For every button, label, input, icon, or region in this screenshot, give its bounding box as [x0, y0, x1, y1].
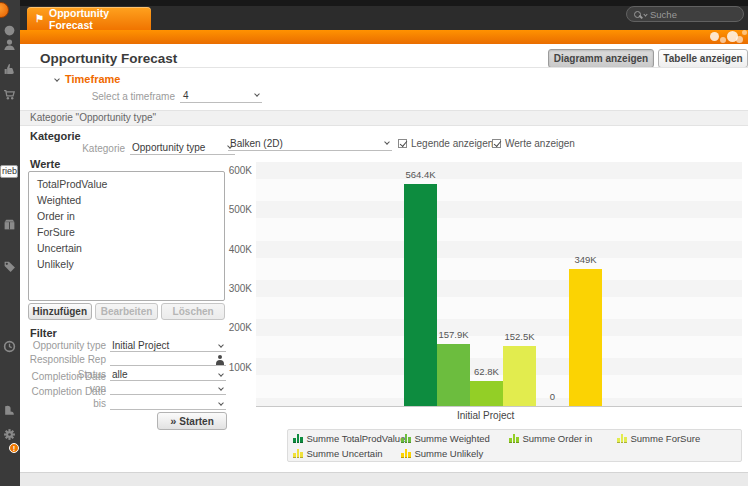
filter-label: Responsible Rep — [22, 354, 110, 366]
legend-bar-chart-icon — [401, 433, 411, 443]
filter-dropdown[interactable]: alle — [110, 368, 226, 381]
werte-list-item[interactable]: Weighted — [29, 192, 224, 208]
chevron-down-icon — [384, 139, 390, 145]
werte-heading: Werte — [30, 158, 60, 170]
bar-value-label: 564.4K — [405, 169, 435, 180]
legend-item: Summe Order in — [509, 432, 617, 445]
thumbs-up-icon[interactable] — [3, 62, 16, 75]
legend-label: Summe Unlikely — [415, 448, 484, 459]
bar-value-label: 0 — [550, 391, 555, 402]
legend-bar-chart-icon — [293, 433, 303, 443]
chart-legend: Summe TotalProdValueSumme WeightedSumme … — [287, 429, 742, 462]
left-toolbar: ! rieb — [0, 0, 20, 486]
kategorie-field-label: Kategorie — [40, 143, 125, 154]
werte-list-item[interactable]: Order in — [29, 208, 224, 224]
filter-value: alle — [112, 369, 128, 380]
werte-list-item[interactable]: TotalProdValue — [29, 176, 224, 192]
bar-summe-order-in[interactable] — [470, 381, 503, 406]
bar-chart-plot: 564.4K157.9K62.8K152.5K0349K — [256, 162, 742, 407]
cart-icon[interactable] — [3, 88, 16, 101]
filter-row: Responsible Rep — [22, 352, 226, 367]
filter-dropdown[interactable] — [110, 397, 226, 410]
timeframe-value: 4 — [183, 90, 189, 101]
legend-label: Summe Weighted — [415, 433, 490, 444]
tab-opportunity-forecast[interactable]: ⚑ Opportunity Forecast — [27, 7, 151, 30]
show-table-button[interactable]: Tabelle anzeigen — [658, 49, 748, 68]
person-icon[interactable] — [3, 38, 16, 51]
y-axis-tick-label: 300K — [214, 283, 252, 294]
legend-bar-chart-icon — [401, 448, 411, 458]
y-axis-tick-label: 100K — [214, 362, 252, 373]
double-chevron-icon: » — [170, 415, 176, 427]
timeframe-section-header[interactable]: Timeframe — [55, 73, 120, 85]
chart-type-select[interactable]: Balken (2D) — [228, 136, 392, 151]
legend-checkbox-group: Legende anzeigen — [398, 138, 493, 149]
y-axis-tick-label: 500K — [214, 204, 252, 215]
legend-bar-chart-icon — [293, 448, 303, 458]
values-checkbox[interactable] — [492, 139, 501, 148]
values-checkbox-group: Werte anzeigen — [492, 138, 575, 149]
legend-item: Summe TotalProdValue — [293, 432, 401, 445]
legend-checkbox[interactable] — [398, 139, 407, 148]
search-box[interactable]: Suche — [626, 6, 744, 22]
legend-label: Summe Uncertain — [307, 448, 383, 459]
stamp-icon[interactable] — [3, 404, 16, 417]
start-button[interactable]: »Starten — [157, 412, 227, 430]
legend-checkbox-label: Legende anzeigen — [411, 138, 493, 149]
bar-summe-totalprodvalue[interactable] — [404, 184, 437, 406]
kategorie-value: Opportunity type — [132, 142, 205, 153]
y-axis-tick-label: 600K — [214, 165, 252, 176]
show-diagram-button[interactable]: Diagramm anzeigen — [548, 49, 654, 68]
bar-value-label: 157.9K — [438, 329, 468, 340]
add-button[interactable]: Hinzufügen — [28, 303, 92, 320]
values-checkbox-label: Werte anzeigen — [505, 138, 575, 149]
legend-bar-chart-icon — [509, 433, 519, 443]
filter-label: Opportunity type — [22, 340, 110, 352]
filter-dropdown[interactable] — [110, 382, 226, 395]
bar-summe-unlikely[interactable] — [569, 269, 602, 406]
werte-list-item[interactable]: ForSure — [29, 224, 224, 240]
avatar-icon[interactable] — [3, 24, 16, 37]
werte-listbox[interactable]: TotalProdValueWeightedOrder inForSureUnc… — [28, 171, 225, 301]
main-content: Opportunity Forecast Diagramm anzeigen T… — [20, 44, 748, 472]
collapse-chevron-icon — [54, 76, 60, 82]
filter-dropdown[interactable]: Initial Project — [110, 339, 226, 352]
bar-summe-weighted[interactable] — [437, 344, 470, 406]
werte-list-item[interactable]: Unlikely — [29, 256, 224, 272]
legend-bar-chart-icon — [617, 433, 627, 443]
kategorie-heading: Kategorie — [30, 130, 81, 142]
legend-label: Summe ForSure — [631, 433, 701, 444]
top-bar: ⚑ Opportunity Forecast Suche — [0, 0, 748, 30]
x-axis-category-label: Initial Project — [457, 410, 514, 421]
flag-icon: ⚑ — [35, 13, 44, 24]
y-axis: 100K200K300K400K500K600K — [214, 162, 252, 407]
bar-summe-forsure[interactable] — [503, 346, 536, 406]
footer-strip — [20, 472, 748, 486]
notification-dot — [0, 2, 9, 18]
tag-icon[interactable] — [3, 260, 16, 273]
legend-item: Summe ForSure — [617, 432, 736, 445]
timeframe-select[interactable]: 4 — [180, 88, 262, 103]
header-accent-bar — [20, 30, 748, 44]
search-dropdown-icon[interactable] — [643, 12, 647, 16]
chart-type-value: Balken (2D) — [230, 138, 283, 149]
edit-button[interactable]: Bearbeiten — [95, 303, 159, 320]
clock-icon[interactable] — [3, 340, 16, 353]
filter-row: Completion Date bis — [22, 395, 226, 410]
gear-icon[interactable] — [3, 428, 16, 441]
person-picker-field[interactable] — [110, 353, 226, 366]
search-icon — [634, 11, 641, 18]
category-section-bar: Kategorie "Opportunity type" — [20, 110, 748, 126]
sidebar-tooltip: rieb — [0, 165, 18, 178]
timeframe-field-label: Select a timeframe — [60, 91, 175, 102]
page-title: Opportunity Forecast — [40, 51, 177, 66]
bar-value-label: 62.8K — [474, 366, 499, 377]
kategorie-select[interactable]: Opportunity type — [130, 140, 235, 155]
filter-row: Opportunity typeInitial Project — [22, 337, 226, 352]
legend-label: Summe Order in — [523, 433, 593, 444]
package-icon[interactable] — [3, 218, 16, 231]
legend-item: Summe Weighted — [401, 432, 509, 445]
werte-list-item[interactable]: Uncertain — [29, 240, 224, 256]
bar-value-label: 349K — [574, 254, 596, 265]
filter-value: Initial Project — [112, 340, 169, 351]
